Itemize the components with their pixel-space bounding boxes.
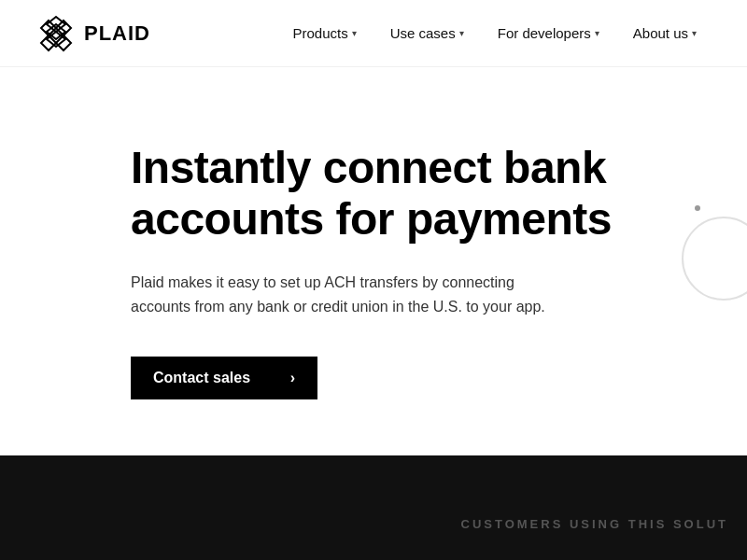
nav-item-about-us[interactable]: About us ▾ xyxy=(620,18,710,49)
decorative-dot xyxy=(695,205,700,211)
nav-item-for-developers[interactable]: For developers ▾ xyxy=(485,18,613,49)
navbar: PLAID Products ▾ Use cases ▾ For develop… xyxy=(0,0,747,67)
bottom-bar: CUSTOMERS USING THIS SOLUT xyxy=(0,455,747,560)
chevron-down-icon: ▾ xyxy=(459,28,464,38)
customers-marquee-text: CUSTOMERS USING THIS SOLUT xyxy=(461,517,748,531)
hero-section: Instantly connect bank accounts for paym… xyxy=(0,67,747,455)
nav-item-use-cases[interactable]: Use cases ▾ xyxy=(377,18,477,49)
chevron-down-icon: ▾ xyxy=(595,28,599,38)
hero-subtitle: Plaid makes it easy to set up ACH transf… xyxy=(131,271,560,318)
hero-title: Instantly connect bank accounts for paym… xyxy=(131,142,616,245)
logo-text: PLAID xyxy=(84,21,150,46)
logo-link[interactable]: PLAID xyxy=(37,15,150,52)
contact-sales-button[interactable]: Contact sales › xyxy=(131,357,317,399)
chevron-down-icon: ▾ xyxy=(692,28,697,38)
arrow-right-icon: › xyxy=(290,370,295,386)
decorative-circle xyxy=(682,217,747,301)
nav-item-products[interactable]: Products ▾ xyxy=(279,18,369,49)
plaid-logo-icon xyxy=(37,15,75,52)
chevron-down-icon: ▾ xyxy=(352,28,357,38)
nav-links: Products ▾ Use cases ▾ For developers ▾ … xyxy=(279,18,710,49)
